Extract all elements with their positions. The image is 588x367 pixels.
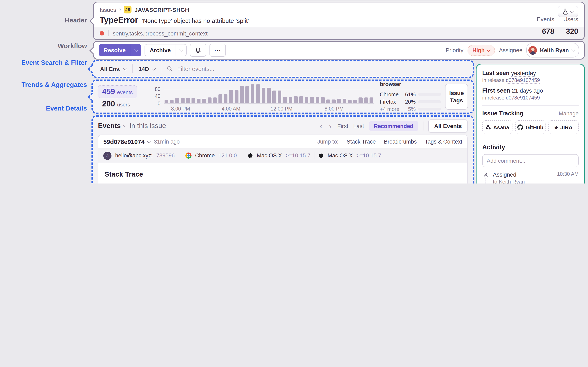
culprit-row: sentry.tasks.process_commit_context [94, 27, 584, 39]
user-id-tag[interactable]: 739596 [156, 152, 175, 159]
breadcrumb-separator-icon: › [119, 6, 121, 13]
first-event-link[interactable]: First [337, 123, 348, 129]
chart-bar [348, 100, 352, 103]
archive-dropdown[interactable] [176, 44, 186, 56]
client-os-tag[interactable]: Mac OS X [328, 152, 353, 159]
asana-icon [485, 125, 491, 130]
y-axis-tick: 80 [150, 86, 160, 92]
release-link[interactable]: d078e9107459 [506, 77, 540, 83]
chart-bar [229, 90, 233, 103]
chrome-icon [185, 152, 191, 159]
events-subtitle: in this issue [130, 122, 166, 130]
experiment-button[interactable] [558, 6, 578, 17]
flask-icon [563, 8, 568, 15]
x-axis-tick: 8:00 PM [325, 106, 344, 112]
jira-icon: ◆ [554, 125, 558, 130]
jump-link-breadcrumbs[interactable]: Breadcrumbs [384, 138, 417, 145]
recommended-toggle[interactable]: Recommended [369, 121, 418, 131]
github-integration-button[interactable]: GitHub [515, 120, 545, 134]
jump-link-stack-trace[interactable]: Stack Trace [347, 138, 376, 145]
chart-bar [337, 99, 341, 103]
events-stat-label[interactable]: Events [537, 16, 554, 23]
chevron-down-icon [571, 48, 575, 52]
jump-to-label: Jump to: [317, 138, 338, 145]
annotation-trends: Trends & Aggregates [21, 81, 87, 89]
chart-bar [202, 99, 206, 103]
divider [314, 152, 314, 159]
manage-link[interactable]: Manage [559, 110, 579, 117]
environment-value: All Env. [100, 66, 121, 72]
date-range-value: 14D [139, 66, 149, 72]
archive-button-label[interactable]: Archive [145, 47, 176, 53]
chart-bar [251, 85, 255, 103]
browser-tag[interactable]: Chrome [195, 152, 215, 159]
chart-bar [208, 98, 211, 103]
user-tag[interactable]: hello@abc.xyz; [115, 152, 153, 159]
resolve-dropdown[interactable] [130, 44, 141, 56]
add-comment-input[interactable] [482, 154, 579, 167]
first-seen-label: First seen [482, 87, 510, 94]
priority-select[interactable]: High [467, 45, 495, 56]
jira-integration-button[interactable]: ◆ JIRA [548, 120, 579, 134]
events-dropdown[interactable]: Events [98, 122, 127, 130]
filter-events-input[interactable] [176, 65, 466, 73]
users-stat-label[interactable]: Users [563, 16, 578, 23]
tag-bar [418, 100, 441, 103]
tag-row-firefox[interactable]: Firefox 20% [380, 99, 441, 105]
tag-row-chrome[interactable]: Chrome 61% [380, 91, 441, 98]
chart-bar [197, 99, 200, 103]
users-stat: Users 320 [563, 16, 578, 36]
previous-event-button[interactable]: ‹ [319, 122, 323, 130]
assignee-avatar [528, 46, 537, 54]
date-range-select[interactable]: 14D [133, 66, 161, 72]
archive-button[interactable]: Archive [144, 44, 187, 56]
tag-percent: 61% [403, 91, 416, 98]
chart-bar [164, 100, 168, 103]
resolve-button[interactable]: Resolve [99, 44, 141, 56]
first-seen-value[interactable]: 21 days ago [512, 87, 543, 94]
activity-timeline: Assigned 10:30 AM to Keith Ryan ◆ JIRA t… [482, 171, 579, 184]
chevron-down-icon [486, 48, 491, 52]
breadcrumb-issues-link[interactable]: Issues [100, 6, 116, 13]
event-id-dropdown[interactable]: 59d078e91074 [103, 138, 150, 145]
x-axis-tick: 4:00 AM [222, 106, 241, 112]
tag-row-more[interactable]: +4 more 5% [380, 106, 441, 112]
os-version-tag[interactable]: >=10.15.7 [286, 152, 311, 159]
resolve-button-label[interactable]: Resolve [99, 47, 130, 53]
users-count-unit: users [117, 101, 130, 108]
x-axis-tick: 8:00 PM [171, 106, 190, 112]
more-actions-button[interactable]: ... [209, 44, 226, 57]
tag-name: Chrome [380, 91, 401, 98]
chart-bar [288, 97, 292, 103]
browser-version-tag[interactable]: 121.0.0 [218, 152, 237, 159]
environment-select[interactable]: All Env. [94, 66, 132, 72]
activity-item-assigned: Assigned 10:30 AM to Keith Ryan [482, 171, 579, 184]
activity-item-sub: to Keith Ryan [493, 179, 579, 184]
apple-icon [318, 152, 324, 159]
ellipsis-icon: ... [214, 45, 221, 53]
last-seen-value[interactable]: yesterday [511, 70, 536, 77]
annotation-workflow: Workflow [58, 42, 87, 50]
divider [482, 139, 579, 139]
events-count-badge[interactable]: 459 events [98, 85, 137, 98]
os-tag[interactable]: Mac OS X [257, 152, 282, 159]
event-age: 31min ago [154, 138, 180, 145]
chart-bar [245, 86, 249, 103]
all-events-button[interactable]: All Events [429, 119, 467, 133]
subscribe-button[interactable] [190, 44, 206, 57]
release-link[interactable]: d078e9107459 [506, 95, 540, 101]
trends-aggregates-section: 459 events 200 users 80 40 0 8:00 PM4:00… [91, 80, 474, 114]
next-event-button[interactable]: › [328, 122, 332, 130]
client-os-version-tag[interactable]: >=10.15.7 [356, 152, 381, 159]
chart-bar [332, 99, 336, 103]
users-count: 200 users [98, 98, 146, 108]
assignee-select[interactable]: Keith Ryan [527, 43, 579, 58]
last-event-link[interactable]: Last [353, 123, 364, 129]
last-seen-label: Last seen [482, 70, 510, 76]
issue-tags-button[interactable]: Issue Tags [445, 83, 468, 110]
tag-name: Firefox [380, 99, 401, 105]
asana-integration-button[interactable]: Asana [482, 120, 512, 134]
divider [482, 105, 579, 106]
issue-message: 'NoneType' object has no attribute 'spli… [142, 17, 249, 24]
jump-link-tags-context[interactable]: Tags & Context [425, 138, 462, 145]
